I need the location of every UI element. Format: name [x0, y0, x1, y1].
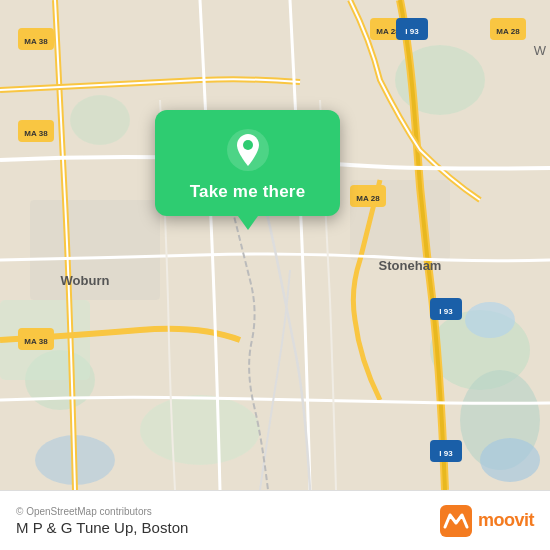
svg-text:Stoneham: Stoneham — [379, 258, 442, 273]
take-me-there-button[interactable]: Take me there — [190, 182, 306, 202]
map-attribution: © OpenStreetMap contributors — [16, 506, 188, 517]
svg-text:MA 28: MA 28 — [496, 27, 520, 36]
svg-point-35 — [243, 140, 253, 150]
svg-point-8 — [465, 302, 515, 338]
svg-point-9 — [480, 438, 540, 482]
svg-text:MA 38: MA 38 — [24, 129, 48, 138]
svg-text:I 93: I 93 — [405, 27, 419, 36]
svg-text:MA 28: MA 28 — [356, 194, 380, 203]
svg-text:Woburn: Woburn — [61, 273, 110, 288]
location-pin-icon — [226, 128, 270, 172]
popup-card: Take me there — [155, 110, 340, 216]
svg-text:W: W — [534, 43, 547, 58]
moovit-icon — [440, 505, 472, 537]
svg-text:I 93: I 93 — [439, 449, 453, 458]
bottom-bar: © OpenStreetMap contributors M P & G Tun… — [0, 490, 550, 550]
svg-text:MA 38: MA 38 — [24, 37, 48, 46]
svg-point-7 — [140, 395, 260, 465]
moovit-label: moovit — [478, 510, 534, 531]
moovit-logo: moovit — [440, 505, 534, 537]
svg-point-6 — [70, 95, 130, 145]
place-name: M P & G Tune Up, Boston — [16, 519, 188, 536]
map-container: MA 38 MA 38 MA 38 MA 28 MA 28 MA 28 I 93… — [0, 0, 550, 490]
svg-text:I 93: I 93 — [439, 307, 453, 316]
svg-text:MA 38: MA 38 — [24, 337, 48, 346]
map-svg: MA 38 MA 38 MA 38 MA 28 MA 28 MA 28 I 93… — [0, 0, 550, 490]
